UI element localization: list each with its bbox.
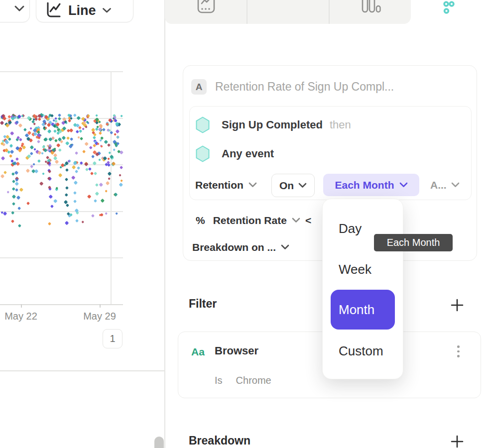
scatter-point <box>61 135 65 139</box>
scatter-point <box>34 169 39 174</box>
scatter-point <box>95 183 99 187</box>
scatter-point <box>58 117 61 120</box>
scatter-point <box>42 173 45 176</box>
on-dropdown[interactable]: On <box>271 174 315 197</box>
add-filter-button[interactable] <box>450 298 464 312</box>
tooltip: Each Month <box>374 234 453 251</box>
scatter-point <box>116 129 120 133</box>
scatter-point <box>115 212 118 215</box>
filter-condition[interactable]: Is Chrome <box>215 375 271 386</box>
scatter-plot <box>0 71 123 310</box>
scatter-point <box>90 172 94 175</box>
scatter-point <box>100 199 104 203</box>
scatter-point <box>65 168 69 172</box>
scatter-point <box>114 193 118 197</box>
scatter-point <box>65 141 70 145</box>
menu-item-month-label: Month <box>339 302 374 318</box>
scatter-point <box>9 131 14 136</box>
scatter-point <box>55 160 59 164</box>
scatter-point <box>119 182 123 186</box>
scatter-point <box>32 163 35 166</box>
kebab-menu-icon[interactable] <box>457 345 460 357</box>
gridline-horizontal <box>0 71 123 72</box>
breakdown-on-dropdown[interactable]: Breakdown on ... <box>192 236 289 258</box>
menu-item-custom[interactable]: Custom <box>339 343 383 359</box>
scatter-dots-icon <box>442 0 458 15</box>
scatter-point <box>88 167 92 171</box>
scatter-point <box>87 195 92 199</box>
scatter-point <box>78 126 82 129</box>
scatter-point <box>49 195 53 199</box>
scatter-point <box>23 128 27 131</box>
scatter-point <box>19 188 23 192</box>
scatter-point <box>107 143 111 146</box>
retention-type-dropdown[interactable]: Retention <box>195 174 257 196</box>
scatter-point <box>73 113 77 117</box>
scatter-point <box>65 178 68 181</box>
scatter-point <box>93 136 96 139</box>
scatter-point <box>15 188 18 192</box>
menu-item-week[interactable]: Week <box>339 262 371 277</box>
scatter-point <box>120 165 123 169</box>
scatter-point <box>65 193 68 196</box>
chevron-down-icon <box>281 244 289 250</box>
add-breakdown-button[interactable] <box>450 435 464 448</box>
scatter-point <box>104 140 108 144</box>
chart-options-button-partial[interactable] <box>0 0 30 22</box>
scatter-point <box>6 191 9 194</box>
menu-item-month-selected[interactable]: Month <box>331 290 395 330</box>
panel-divider <box>164 0 165 448</box>
tab-bars[interactable] <box>247 0 329 24</box>
tab-insights[interactable] <box>165 0 246 24</box>
events-card: Sign Up Completed then Any event Retenti… <box>189 106 472 200</box>
tab-flow[interactable] <box>329 0 411 24</box>
metric-dropdown[interactable]: % Retention Rate < <box>196 209 311 231</box>
scatter-point <box>17 207 21 210</box>
scrollbar-thumb[interactable] <box>154 437 164 448</box>
scatter-point <box>120 114 123 117</box>
scatter-point <box>120 180 123 183</box>
scatter-point <box>94 199 97 203</box>
filter-property: Browser <box>215 344 258 357</box>
scatter-point <box>73 200 77 203</box>
scatter-point <box>91 155 95 158</box>
scatter-point <box>75 151 78 155</box>
scatter-point <box>66 136 70 140</box>
menu-item-day[interactable]: Day <box>339 221 362 236</box>
scatter-point <box>30 152 33 155</box>
chevron-down-icon <box>292 218 300 223</box>
event-hexagon-icon <box>195 116 210 133</box>
scatter-point <box>30 127 33 130</box>
scatter-point <box>58 173 63 177</box>
scatter-point <box>95 192 99 196</box>
scatter-point <box>113 148 116 151</box>
scatter-point <box>12 202 15 206</box>
scatter-point <box>14 171 18 175</box>
event-hexagon-icon <box>195 145 210 162</box>
tooltip-text: Each Month <box>387 237 440 248</box>
pagination-page-button[interactable]: 1 <box>103 329 122 348</box>
view-tabs <box>165 0 411 24</box>
interval-dropdown[interactable]: Each Month <box>323 174 419 196</box>
scatter-point <box>70 137 74 141</box>
event-suffix: then <box>330 118 351 131</box>
metric-label: Retention Rate <box>213 215 287 226</box>
scatter-point <box>91 128 96 132</box>
scatter-point <box>50 205 54 208</box>
scatter-point <box>26 202 30 205</box>
retention-type-label: Retention <box>195 179 244 191</box>
scatter-point <box>56 143 61 147</box>
scatter-point <box>84 162 89 167</box>
scatter-point <box>16 196 20 200</box>
event-row-second[interactable]: Any event <box>195 145 281 162</box>
more-options-dropdown[interactable]: A... <box>430 174 460 196</box>
tab-retention-active[interactable] <box>437 0 463 20</box>
x-axis-label: May 22 <box>4 311 37 322</box>
event-row-first[interactable]: Sign Up Completed then <box>195 116 351 133</box>
chart-type-button[interactable]: Line <box>36 0 133 22</box>
pagination-label: 1 <box>110 333 115 344</box>
percent-icon: % <box>196 215 205 226</box>
scatter-point <box>75 170 78 173</box>
scatter-point <box>72 165 76 169</box>
chevron-down-icon <box>399 182 408 188</box>
